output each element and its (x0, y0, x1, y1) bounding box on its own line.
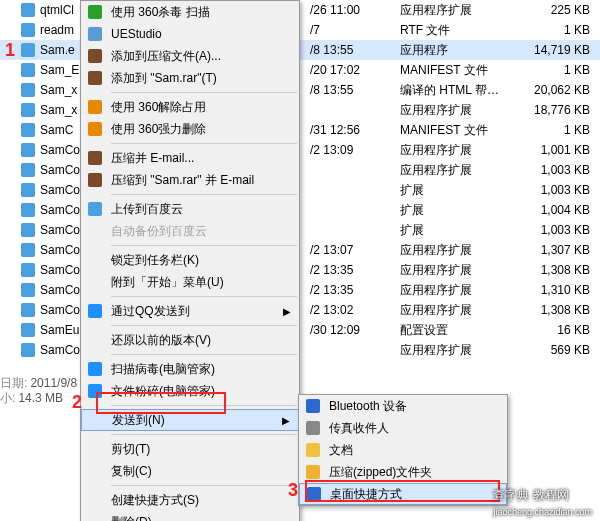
file-icon (20, 182, 36, 198)
file-type: 应用程序 (400, 42, 510, 59)
annotation-badge-1: 1 (5, 40, 15, 61)
file-date: /2 13:35 (310, 263, 390, 277)
file-type: 应用程序扩展 (400, 142, 510, 159)
menu-item-label: 使用 360解除占用 (111, 99, 206, 116)
menu-item[interactable]: 通过QQ发送到▶ (81, 300, 299, 322)
menu-item-label: 使用 360强力删除 (111, 121, 206, 138)
submenu-arrow-icon: ▶ (283, 306, 291, 317)
svg-rect-15 (21, 303, 35, 317)
svg-rect-14 (21, 283, 35, 297)
guard-icon (85, 360, 105, 378)
svg-rect-9 (21, 183, 35, 197)
menu-item[interactable]: 使用 360强力删除 (81, 118, 299, 140)
menu-item[interactable]: 传真收件人 (299, 417, 507, 439)
menu-item[interactable]: 复制(C) (81, 460, 299, 482)
menu-separator (111, 92, 297, 93)
menu-item[interactable]: 文档 (299, 439, 507, 461)
file-icon (20, 22, 36, 38)
status-size: 14.3 MB (18, 391, 63, 405)
menu-separator (111, 143, 297, 144)
file-icon (20, 62, 36, 78)
svg-rect-33 (306, 465, 320, 479)
svg-rect-10 (21, 203, 35, 217)
menu-item[interactable]: UEStudio (81, 23, 299, 45)
menu-item-label: Bluetooth 设备 (329, 398, 407, 415)
submenu-arrow-icon: ▶ (282, 415, 290, 426)
file-size: 1,307 KB (510, 243, 590, 257)
file-type: 应用程序扩展 (400, 2, 510, 19)
status-date: 2011/9/8 (30, 376, 77, 390)
file-date: /8 13:55 (310, 43, 390, 57)
menu-separator (111, 194, 297, 195)
menu-item[interactable]: 删除(D) (81, 511, 299, 521)
file-date: /2 13:09 (310, 143, 390, 157)
svg-rect-26 (88, 202, 102, 216)
file-date: /31 12:56 (310, 123, 390, 137)
file-date: /2 13:07 (310, 243, 390, 257)
menu-item[interactable]: 添加到压缩文件(A)... (81, 45, 299, 67)
file-type: 应用程序扩展 (400, 162, 510, 179)
svg-rect-17 (21, 343, 35, 357)
file-size: 225 KB (510, 3, 590, 17)
file-date: /2 13:02 (310, 303, 390, 317)
menu-item[interactable]: 扫描病毒(电脑管家) (81, 358, 299, 380)
menu-separator (111, 325, 297, 326)
file-size: 1 KB (510, 63, 590, 77)
menu-item-label: 通过QQ发送到 (111, 303, 190, 320)
file-size: 1 KB (510, 23, 590, 37)
file-type: MANIFEST 文件 (400, 62, 510, 79)
svg-rect-27 (88, 304, 102, 318)
file-type: 应用程序扩展 (400, 242, 510, 259)
file-size: 1,003 KB (510, 183, 590, 197)
360-icon (85, 120, 105, 138)
menu-item-label: 传真收件人 (329, 420, 389, 437)
rar-icon (85, 69, 105, 87)
menu-item[interactable]: 使用 360解除占用 (81, 96, 299, 118)
menu-item[interactable]: 压缩并 E-mail... (81, 147, 299, 169)
file-size: 16 KB (510, 323, 590, 337)
file-icon (20, 222, 36, 238)
menu-item-label: 压缩(zipped)文件夹 (329, 464, 432, 481)
menu-separator (111, 485, 297, 486)
file-size: 1,004 KB (510, 203, 590, 217)
svg-rect-19 (88, 27, 102, 41)
menu-item-label: 创建快捷方式(S) (111, 492, 199, 509)
menu-item-label: 发送到(N) (112, 412, 165, 429)
menu-item-label: 添加到 "Sam.rar"(T) (111, 70, 217, 87)
fax-icon (303, 419, 323, 437)
menu-item[interactable]: 使用 360杀毒 扫描 (81, 1, 299, 23)
menu-item[interactable]: 附到「开始」菜单(U) (81, 271, 299, 293)
menu-item[interactable]: 创建快捷方式(S) (81, 489, 299, 511)
menu-item[interactable]: Bluetooth 设备 (299, 395, 507, 417)
rar-icon (85, 149, 105, 167)
file-type: MANIFEST 文件 (400, 122, 510, 139)
file-date: /7 (310, 23, 390, 37)
file-icon (20, 142, 36, 158)
folder-icon (303, 441, 323, 459)
file-icon (20, 162, 36, 178)
svg-rect-28 (88, 362, 102, 376)
menu-item[interactable]: 剪切(T) (81, 438, 299, 460)
qq-icon (85, 302, 105, 320)
status-bar: 日期: 2011/9/8 小: 14.3 MB (0, 376, 77, 406)
file-type: 扩展 (400, 202, 510, 219)
file-icon (20, 262, 36, 278)
menu-item[interactable]: 压缩到 "Sam.rar" 并 E-mail (81, 169, 299, 191)
menu-item[interactable]: 还原以前的版本(V) (81, 329, 299, 351)
svg-rect-24 (88, 151, 102, 165)
menu-item[interactable]: 上传到百度云 (81, 198, 299, 220)
svg-rect-23 (88, 122, 102, 136)
file-type: 扩展 (400, 182, 510, 199)
svg-rect-21 (88, 71, 102, 85)
menu-item[interactable]: 锁定到任务栏(K) (81, 249, 299, 271)
menu-item[interactable]: 添加到 "Sam.rar"(T) (81, 67, 299, 89)
svg-rect-12 (21, 243, 35, 257)
rar-icon (85, 171, 105, 189)
file-size: 1,003 KB (510, 163, 590, 177)
file-type: 配置设置 (400, 322, 510, 339)
menu-item-label: 扫描病毒(电脑管家) (111, 361, 215, 378)
file-icon (20, 322, 36, 338)
file-icon (20, 302, 36, 318)
file-icon (20, 82, 36, 98)
svg-rect-8 (21, 163, 35, 177)
